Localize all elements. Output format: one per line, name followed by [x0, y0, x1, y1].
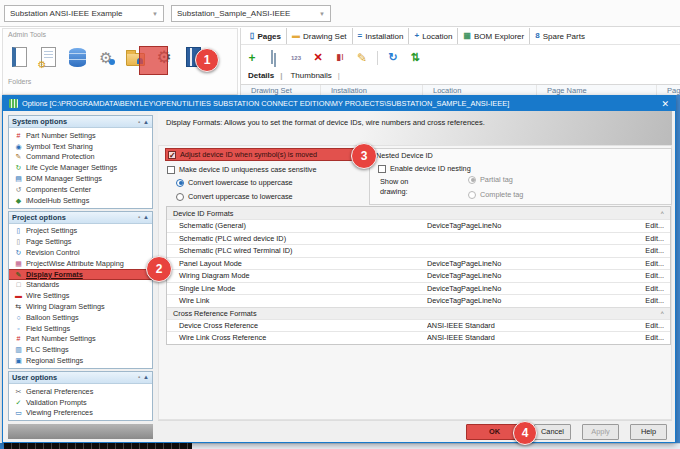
sidebar-item-general-preferences[interactable]: ✂General Preferences — [9, 386, 152, 397]
add-page-icon[interactable]: + — [245, 52, 259, 64]
refresh-icon[interactable]: ↻ — [386, 52, 400, 63]
plc-settings-icon: ▥ — [14, 346, 23, 353]
sidebar-item-wiring-diagram-settings[interactable]: ⇆Wiring Diagram Settings — [9, 301, 152, 312]
table-row-schematic-plc-wired-terminal-id[interactable]: Schematic (PLC wired Terminal ID)Edit... — [167, 244, 670, 257]
tab-drawing-set[interactable]: ▬Drawing Set — [286, 28, 352, 44]
edit-link[interactable]: Edit... — [645, 271, 670, 280]
checkbox-unchecked-icon[interactable] — [378, 165, 386, 173]
cancel-button[interactable]: Cancel — [534, 424, 571, 440]
tab-location[interactable]: +Location — [408, 28, 457, 44]
collapse-icon[interactable]: ▲ — [143, 214, 149, 220]
close-icon[interactable]: ✕ — [661, 99, 669, 109]
collapse-icon[interactable]: ▲ — [143, 374, 149, 380]
sidebar-item-standards[interactable]: □Standards — [9, 280, 152, 291]
sidebar-item-part-number-settings[interactable]: #Part Number Settings — [9, 334, 152, 345]
radio-selected-icon[interactable] — [176, 179, 184, 187]
grid-header-page-name[interactable]: Page Name — [537, 85, 657, 95]
sync-icon[interactable]: ⇅ — [408, 52, 422, 63]
table-row-wire-link-cross-reference[interactable]: Wire Link Cross ReferenceANSI-IEEE Stand… — [167, 331, 670, 344]
uppercase-to-lowercase-radio-row[interactable]: Convert uppercase to lowercase — [176, 192, 293, 201]
complete-tag-radio-row[interactable]: Complete tag — [468, 190, 523, 199]
toolbar-separator — [377, 51, 378, 65]
table-row-wire-link[interactable]: Wire LinkDeviceTagPageLineNoEdit... — [167, 294, 670, 307]
tab-pages[interactable]: ▯Pages — [245, 28, 286, 44]
radio-disabled-icon[interactable] — [468, 191, 476, 199]
lowercase-to-uppercase-radio-row[interactable]: Convert lowercase to uppercase — [176, 178, 293, 187]
checkbox-unchecked-icon[interactable] — [167, 166, 175, 174]
table-row-schematic-plc-wired-device-id[interactable]: Schematic (PLC wired device ID)Edit... — [167, 232, 670, 245]
sidebar-item-projectwise-attribute-mapping[interactable]: ▦ProjectWise Attribute Mapping — [9, 258, 152, 269]
sidebar-section-header[interactable]: System options▪▲ — [9, 116, 152, 128]
edit-link[interactable]: Edit... — [645, 296, 670, 305]
case-sensitive-checkbox-row[interactable]: Make device ID uniqueness case sensitive — [167, 165, 317, 174]
grid-header-location[interactable]: Location — [423, 85, 537, 95]
edit-link[interactable]: Edit... — [645, 321, 670, 330]
table-row-wiring-diagram-mode[interactable]: Wiring Diagram ModeDeviceTagPageLineNoEd… — [167, 269, 670, 282]
sidebar-item-validation-prompts[interactable]: ✓Validation Prompts — [9, 397, 152, 408]
delete-icon[interactable]: ✕ — [311, 52, 325, 63]
partial-tag-radio-row[interactable]: Partial tag — [468, 175, 513, 184]
sidebar-item-regional-settings[interactable]: ▣Regional Settings — [9, 355, 152, 366]
apply-button[interactable]: Apply — [582, 424, 619, 440]
sidebar-item-symbol-text-sharing[interactable]: ◉Symbol Text Sharing — [9, 141, 152, 152]
sidebar-item-viewing-preferences[interactable]: ▭Viewing Preferences — [9, 408, 152, 419]
edit-link[interactable]: Edit... — [645, 234, 670, 243]
edit-icon[interactable]: ✎ — [355, 52, 369, 64]
table-section-label: Device ID Formats — [173, 209, 233, 218]
sidebar-item-page-settings[interactable]: ▯Page Settings — [9, 236, 152, 247]
edit-link[interactable]: Edit... — [645, 246, 670, 255]
sidebar-item-wire-settings[interactable]: ▬Wire Settings — [9, 290, 152, 301]
rename-icon[interactable]: ▮I — [333, 53, 347, 62]
copy-pages-icon[interactable] — [267, 52, 281, 63]
project-selector[interactable]: Substation ANSI-IEEE Example ▼ — [4, 5, 164, 22]
renumber-pages-icon[interactable]: 123 — [289, 55, 303, 61]
sidebar-item-field-settings[interactable]: ▫Field Settings — [9, 323, 152, 334]
collapse-icon[interactable]: ˄ — [660, 210, 664, 216]
edit-link[interactable]: Edit... — [645, 333, 670, 342]
table-row-schematic-general[interactable]: Schematic (General)DeviceTagPageLineNoEd… — [167, 219, 670, 232]
view-tab-thumbnails[interactable]: Thumbnails — [286, 71, 343, 80]
checkbox-checked-icon[interactable]: ✓ — [168, 151, 176, 159]
table-row-device-cross-reference[interactable]: Device Cross ReferenceANSI-IEEE Standard… — [167, 319, 670, 332]
collapse-icon[interactable]: ▲ — [143, 119, 149, 125]
sidebar-section-header[interactable]: Project options▪▲ — [9, 212, 152, 224]
table-section-cross-reference-formats[interactable]: Cross Reference Formats˄ — [167, 307, 670, 319]
edit-link[interactable]: Edit... — [645, 284, 670, 293]
edit-link[interactable]: Edit... — [645, 221, 670, 230]
tab-installation[interactable]: =Installation — [352, 28, 409, 44]
admin-tool-notebook-icon[interactable] — [7, 43, 31, 72]
enable-nesting-checkbox-row[interactable]: Enable device ID nesting — [378, 164, 471, 173]
admin-tool-report-gear-icon[interactable] — [36, 43, 60, 72]
view-tab-details[interactable]: Details — [244, 71, 286, 80]
admin-tool-system-info-icon[interactable]: ⚙ — [94, 43, 118, 72]
tab-label: Pages — [257, 32, 281, 41]
sidebar-section-header[interactable]: User options▪▲ — [9, 372, 152, 384]
sidebar-item-components-center[interactable]: ↺Components Center — [9, 184, 152, 195]
admin-tool-database-icon[interactable] — [65, 43, 89, 72]
sidebar-item-plc-settings[interactable]: ▥PLC Settings — [9, 344, 152, 355]
sidebar-item-project-settings[interactable]: ▯Project Settings — [9, 226, 152, 237]
table-section-device-id-formats[interactable]: Device ID Formats˄ — [167, 207, 670, 219]
edit-link[interactable]: Edit... — [645, 259, 670, 268]
grid-header-installation[interactable]: Installation — [321, 85, 423, 95]
sidebar-item-part-number-settings[interactable]: #Part Number Settings — [9, 130, 152, 141]
tab-spare-parts[interactable]: 8Spare Parts — [529, 28, 590, 44]
collapse-icon[interactable]: ˄ — [660, 310, 664, 316]
sidebar-item-imodelhub-settings[interactable]: ◆iModelHub Settings — [9, 195, 152, 206]
table-row-single-line-mode[interactable]: Single Line ModeDeviceTagPageLineNoEdit.… — [167, 282, 670, 295]
grid-header-page-mod[interactable]: Page Mod — [657, 85, 680, 95]
radio-disabled-selected-icon[interactable] — [468, 176, 476, 184]
radio-unselected-icon[interactable] — [176, 193, 184, 201]
help-button[interactable]: Help — [630, 424, 667, 440]
sidebar-item-display-formats[interactable]: ✎Display Formats — [9, 269, 152, 280]
grid-header-drawing-set[interactable]: Drawing Set — [241, 85, 321, 95]
adjust-device-id-checkbox-row[interactable]: ✓ Adjust device ID when symbol(s) is mov… — [165, 148, 363, 161]
sidebar-item-command-protection[interactable]: ✎Command Protection — [9, 152, 152, 163]
sidebar-item-revision-control[interactable]: ↻Revision Control — [9, 247, 152, 258]
drawing-selector[interactable]: Substation_Sample_ANSI-IEEE ▼ — [171, 5, 331, 22]
sidebar-item-life-cycle-manager-settings[interactable]: ↻Life Cycle Manager Settings — [9, 162, 152, 173]
tab-bom-explorer[interactable]: ▦BOM Explorer — [457, 28, 529, 44]
table-row-panel-layout-mode[interactable]: Panel Layout ModeDeviceTagPageLineNoEdit… — [167, 257, 670, 270]
sidebar-item-bom-manager-settings[interactable]: ▤BOM Manager Settings — [9, 173, 152, 184]
sidebar-item-balloon-settings[interactable]: ○Balloon Settings — [9, 312, 152, 323]
